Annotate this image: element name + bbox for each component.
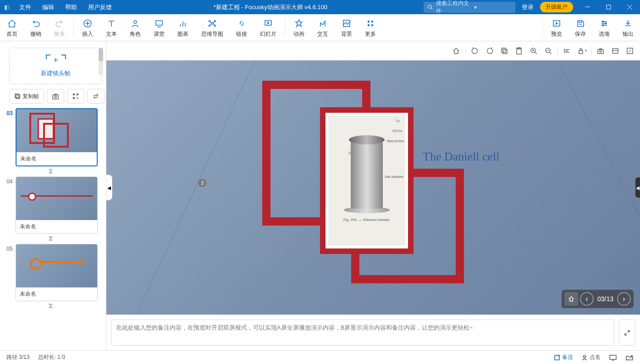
canvas-copy-icon[interactable] — [499, 45, 510, 56]
transition-icon[interactable]: ⧗ — [4, 301, 98, 310]
svg-rect-45 — [503, 50, 507, 54]
svg-rect-3 — [607, 5, 611, 9]
tb-save[interactable]: 保存 — [568, 16, 592, 40]
canvas-edit-icon[interactable] — [624, 45, 635, 56]
titlebar: ◧ 文件 编辑 帮助 用户反馈 *新建工程 - Focusky动画演示大师 v4… — [0, 0, 640, 14]
canvas-zoomin-icon[interactable] — [528, 45, 539, 56]
canvas-rotate-left-icon[interactable] — [469, 45, 480, 56]
menu-edit[interactable]: 编辑 — [37, 3, 60, 11]
svg-rect-39 — [73, 94, 75, 95]
menu-feedback[interactable]: 用户反馈 — [83, 3, 117, 11]
svg-rect-42 — [77, 97, 77, 98]
menu-help[interactable]: 帮助 — [60, 3, 83, 11]
svg-marker-28 — [556, 22, 557, 24]
caption-text[interactable]: The Daniell cell — [423, 150, 499, 164]
workspace: + 新建镜头帧 复制帧 03 未命名 ⧗ 04 — [0, 41, 640, 350]
notes-expand-button[interactable] — [619, 320, 635, 346]
svg-rect-43 — [77, 98, 78, 99]
tb-options[interactable]: 选项 — [592, 16, 616, 40]
tb-mindmap[interactable]: 思维导图 — [195, 16, 230, 40]
svg-rect-23 — [368, 21, 370, 22]
svg-line-53 — [550, 52, 552, 54]
tb-slide[interactable]: 幻灯片 — [254, 16, 283, 40]
tb-role[interactable]: 角色 — [123, 16, 147, 40]
close-button[interactable] — [619, 0, 640, 14]
copy-frame-button[interactable]: 复制帧 — [9, 89, 44, 104]
nav-prev-button[interactable]: ‹ — [580, 292, 594, 306]
collapse-sidepanel-handle[interactable]: ◂ — [106, 175, 112, 200]
canvas-paste-icon[interactable] — [513, 45, 524, 56]
nav-next-button[interactable]: › — [617, 292, 631, 306]
svg-point-9 — [134, 21, 137, 23]
svg-rect-59 — [579, 50, 583, 54]
tb-home[interactable]: 首页 — [0, 16, 24, 40]
status-duration: 总时长: 1:0 — [38, 353, 65, 361]
thumb-05[interactable]: 未命名 — [16, 244, 98, 301]
svg-point-69 — [631, 355, 633, 357]
tb-anim[interactable]: 动画 — [287, 16, 311, 40]
tb-chart[interactable]: 图表 — [171, 16, 195, 40]
status-path: 路径 3/13 — [6, 353, 30, 361]
canvas-nav: ‹ 03/13 › — [562, 290, 634, 308]
swap-button[interactable] — [87, 89, 105, 104]
tb-preview[interactable]: 预览 — [545, 16, 568, 40]
tb-link[interactable]: 链接 — [230, 16, 254, 40]
canvas-card-icon[interactable] — [610, 45, 621, 56]
daniell-cell-image[interactable]: Cu SO⁴Cu Vase poreux Zn Eau acidulée Fig… — [320, 107, 414, 254]
svg-point-0 — [428, 5, 432, 9]
nav-home-button[interactable] — [564, 292, 578, 306]
svg-point-32 — [602, 21, 604, 22]
plus-icon: + — [53, 55, 58, 65]
canvas-zoomout-icon[interactable] — [543, 45, 554, 56]
status-folder-button[interactable] — [625, 354, 634, 361]
tb-text[interactable]: 文本 — [99, 16, 123, 40]
status-notes-button[interactable]: 备注 — [554, 353, 573, 361]
status-roll-button[interactable]: 点名 — [581, 353, 601, 361]
minimize-button[interactable] — [577, 0, 598, 14]
maximize-button[interactable] — [598, 0, 619, 14]
notes-input[interactable] — [111, 320, 614, 346]
svg-rect-36 — [16, 95, 20, 99]
collapse-right-handle[interactable]: ◂ — [635, 177, 640, 198]
search-dropdown-icon[interactable]: ▾ — [474, 4, 512, 11]
thumb-04[interactable]: 未命名 — [16, 176, 98, 234]
status-present-button[interactable] — [609, 354, 617, 361]
menu-file[interactable]: 文件 — [14, 3, 37, 11]
window-title: *新建工程 - Focusky动画演示大师 v4.6.100 — [117, 3, 424, 11]
search-input[interactable]: 搜索工程内文件 ▾ — [424, 2, 515, 13]
tb-insert[interactable]: 插入 — [76, 16, 99, 40]
tb-output[interactable]: 输出 — [616, 16, 640, 40]
app-logo: ◧ — [0, 4, 14, 11]
svg-point-33 — [605, 22, 607, 24]
login-link[interactable]: 登录 — [515, 3, 540, 11]
sidepanel: + 新建镜头帧 复制帧 03 未命名 ⧗ 04 — [0, 41, 106, 350]
statusbar: 路径 3/13 总时长: 1:0 备注 点名 — [0, 350, 640, 364]
thumbnail-list: 03 未命名 ⧗ 04 未命名 ⧗ — [4, 108, 106, 347]
canvas-align-icon[interactable] — [562, 45, 573, 56]
qr-button[interactable] — [67, 89, 84, 104]
svg-point-61 — [600, 50, 601, 52]
canvas-lock-icon[interactable]: ▾ — [576, 45, 587, 56]
thumb-number: 03 — [4, 108, 16, 116]
transition-icon[interactable]: ⧗ — [4, 234, 98, 243]
canvas-camera-icon[interactable] — [595, 45, 606, 56]
tb-undo[interactable]: 撤销 — [24, 16, 48, 40]
toolbar: 首页 撤销 恢复 插入 文本 角色 课堂 图表 思维导图 链接 幻灯片 动画 交… — [0, 14, 640, 41]
new-frame-button[interactable]: + 新建镜头帧 — [9, 48, 102, 84]
snapshot-button[interactable] — [47, 89, 64, 104]
thumb-03[interactable]: 未命名 — [16, 108, 98, 166]
tb-bg[interactable]: 背景 — [335, 16, 359, 40]
canvas-rotate-right-icon[interactable] — [484, 45, 495, 56]
transition-icon[interactable]: ⧗ — [4, 166, 98, 176]
svg-rect-24 — [371, 21, 373, 22]
nav-counter: 03/13 — [596, 295, 615, 303]
canvas-home-icon[interactable] — [451, 45, 462, 56]
svg-point-66 — [584, 355, 586, 358]
upgrade-button[interactable]: 升级账户 — [540, 2, 573, 12]
tb-interact[interactable]: 交互 — [311, 16, 335, 40]
tb-more[interactable]: 更多 — [359, 16, 382, 40]
tb-class[interactable]: 课堂 — [147, 16, 171, 40]
slide-badge: 3 — [198, 179, 206, 187]
sidepanel-scrollbar[interactable] — [99, 48, 103, 75]
canvas[interactable]: Cu SO⁴Cu Vase poreux Zn Eau acidulée Fig… — [106, 61, 640, 314]
